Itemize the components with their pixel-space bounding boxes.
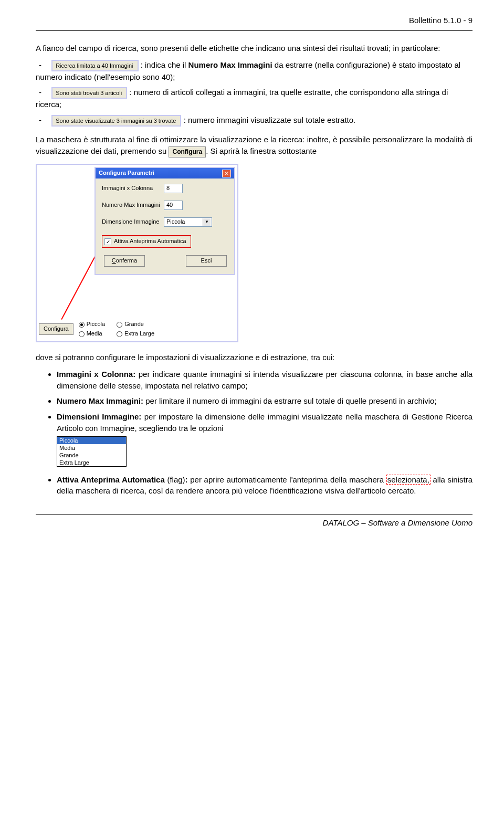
page-header-right: Bollettino 5.1.0 - 9: [36, 15, 472, 26]
li4-flag: (flag): [165, 475, 185, 484]
configura-inline-button[interactable]: Configura: [169, 146, 206, 158]
config-options-list: Immagini x Colonna: per indicare quante …: [36, 369, 472, 497]
li-immagini-colonna: Immagini x Colonna: per indicare quante …: [57, 369, 472, 392]
checkbox-label: Attiva Anteprima Automatica: [114, 237, 186, 246]
li4-a: per aprire automaticamente l'anteprima d…: [188, 475, 386, 484]
option-media[interactable]: Media: [57, 444, 126, 452]
header-rule: [36, 30, 472, 31]
intro-paragraph: A fianco del campo di ricerca, sono pres…: [36, 43, 472, 54]
dash: -: [36, 87, 49, 98]
p2-b: . Si aprirà la finestra sottostante: [206, 146, 317, 155]
row-dimensione: Dimensione Immagine Piccola ▼: [102, 217, 229, 227]
li2-bold: Numero Max Immagini:: [57, 396, 143, 405]
checkbox-anteprima-highlight: ✓ Attiva Anteprima Automatica: [102, 235, 191, 248]
checkbox-anteprima[interactable]: ✓: [104, 238, 111, 245]
chip-immagini-visualizzate: Sono state visualizzate 3 immagini su 3 …: [51, 115, 181, 127]
li1-bold: Immagini x Colonna:: [57, 370, 135, 379]
label-numero-max: Numero Max Immagini: [102, 201, 164, 209]
dash: -: [36, 59, 49, 71]
dialog-title: Configura Parametri: [99, 169, 154, 177]
input-numero-max[interactable]: 40: [164, 201, 183, 210]
input-immagini-colonna[interactable]: 8: [164, 184, 183, 193]
page-footer: DATALOG – Software a Dimensione Uomo: [36, 514, 472, 529]
chip-trovati-articoli: Sono stati trovati 3 articoli: [51, 87, 127, 99]
bullet-1-bold: Numero Max Immagini: [188, 60, 272, 69]
selezionata-highlight: selezionata,: [386, 475, 430, 485]
option-piccola[interactable]: Piccola: [57, 437, 126, 444]
bullet-3: - Sono state visualizzate 3 immagini su …: [36, 114, 472, 127]
p3: dove si potranno configurare le impostaz…: [36, 352, 472, 363]
li-anteprima: Attiva Anteprima Automatica (flag): per …: [57, 474, 472, 497]
radio-piccola[interactable]: Piccola: [79, 320, 105, 329]
chevron-down-icon[interactable]: ▼: [203, 218, 211, 226]
li3-bold: Dimensioni Immagine:: [57, 412, 141, 421]
dropdown-dimensione[interactable]: Piccola ▼: [164, 217, 212, 227]
li2-text: per limitare il numero di immagini da es…: [143, 396, 437, 405]
radio-media[interactable]: Media: [79, 330, 105, 338]
radio-icon: [79, 322, 85, 328]
bullet-3-text: : numero immagini visualizzate sul total…: [184, 116, 356, 124]
dialog-screenshot-area: Configura Parametri × Immagini x Colonna…: [36, 164, 238, 342]
li4-bold: Attiva Anteprima Automatica: [57, 475, 165, 484]
option-extra-large[interactable]: Extra Large: [57, 459, 126, 466]
option-grande[interactable]: Grande: [57, 452, 126, 459]
li-numero-max: Numero Max Immagini: per limitare il num…: [57, 395, 472, 407]
esci-button[interactable]: Esci: [186, 255, 227, 267]
radio-icon: [79, 331, 85, 337]
li-dimensioni: Dimensioni Immagine: per impostare la di…: [57, 411, 472, 470]
dialog-titlebar[interactable]: Configura Parametri ×: [96, 168, 234, 178]
dimension-options-list: Piccola Media Grande Extra Large: [57, 436, 127, 467]
bullet-1: - Ricerca limitata a 40 Immagini : indic…: [36, 59, 472, 83]
conferma-button[interactable]: Conferma: [104, 255, 145, 267]
radio-extra-large[interactable]: Extra Large: [117, 330, 154, 338]
radio-icon: [117, 331, 122, 337]
label-dimensione: Dimensione Immagine: [102, 218, 164, 226]
footer-text: DATALOG – Software a Dimensione Uomo: [36, 517, 472, 529]
close-icon[interactable]: ×: [222, 170, 231, 177]
dash: -: [36, 114, 49, 126]
chip-ricerca-limitata: Ricerca limitata a 40 Immagini: [51, 60, 138, 71]
radio-icon: [117, 322, 122, 328]
bullet-1-text-a: : indica che il: [141, 60, 188, 69]
size-radios: Piccola Grande Media Extra Large: [79, 320, 154, 338]
label-immagini-colonna: Immagini x Colonna: [102, 184, 164, 193]
dialog-body: Immagini x Colonna 8 Numero Max Immagini…: [96, 178, 234, 274]
configura-paragraph: La maschera è strutturata al fine di ott…: [36, 134, 472, 158]
bottom-toolbar: Configura Piccola Grande Media Extra Lar…: [39, 320, 235, 338]
dialog-button-row: Conferma Esci: [102, 255, 229, 270]
configura-parametri-dialog: Configura Parametri × Immagini x Colonna…: [94, 167, 235, 275]
radio-grande[interactable]: Grande: [117, 320, 154, 329]
dropdown-value: Piccola: [166, 218, 185, 226]
row-numero-max: Numero Max Immagini 40: [102, 201, 229, 210]
configura-button[interactable]: Configura: [39, 323, 74, 335]
bullet-2: - Sono stati trovati 3 articoli : numero…: [36, 87, 472, 110]
row-immagini-colonna: Immagini x Colonna 8: [102, 184, 229, 193]
footer-rule: [36, 514, 472, 515]
